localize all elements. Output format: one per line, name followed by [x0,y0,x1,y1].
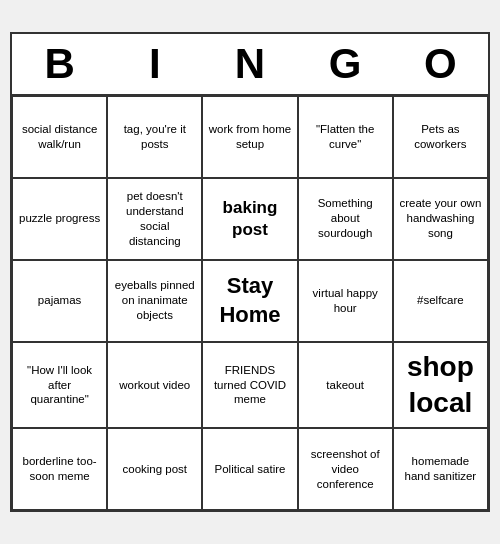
bingo-grid: social distance walk/runtag, you're it p… [12,96,488,511]
bingo-card: BINGO social distance walk/runtag, you'r… [10,32,490,513]
bingo-cell-20[interactable]: borderline too-soon meme [12,428,107,510]
bingo-cell-8[interactable]: Something about sourdough [298,178,393,260]
bingo-cell-23[interactable]: screenshot of video conference [298,428,393,510]
bingo-cell-17[interactable]: FRIENDS turned COVID meme [202,342,297,429]
bingo-cell-21[interactable]: cooking post [107,428,202,510]
bingo-cell-1[interactable]: tag, you're it posts [107,96,202,178]
bingo-cell-9[interactable]: create your own handwashing song [393,178,488,260]
bingo-cell-11[interactable]: eyeballs pinned on inanimate objects [107,260,202,342]
bingo-cell-13[interactable]: virtual happy hour [298,260,393,342]
bingo-cell-10[interactable]: pajamas [12,260,107,342]
bingo-cell-15[interactable]: "How I'll look after quarantine" [12,342,107,429]
bingo-header: BINGO [12,34,488,96]
bingo-cell-7[interactable]: baking post [202,178,297,260]
bingo-cell-24[interactable]: homemade hand sanitizer [393,428,488,510]
bingo-cell-0[interactable]: social distance walk/run [12,96,107,178]
bingo-cell-12[interactable]: Stay Home [202,260,297,342]
bingo-cell-14[interactable]: #selfcare [393,260,488,342]
bingo-cell-5[interactable]: puzzle progress [12,178,107,260]
bingo-letter-b: B [12,34,107,96]
bingo-cell-4[interactable]: Pets as coworkers [393,96,488,178]
bingo-cell-18[interactable]: takeout [298,342,393,429]
bingo-letter-g: G [298,34,393,96]
bingo-cell-19[interactable]: shop local [393,342,488,429]
bingo-cell-16[interactable]: workout video [107,342,202,429]
bingo-letter-o: O [393,34,488,96]
bingo-cell-3[interactable]: "Flatten the curve" [298,96,393,178]
bingo-letter-n: N [202,34,297,96]
bingo-cell-2[interactable]: work from home setup [202,96,297,178]
bingo-cell-22[interactable]: Political satire [202,428,297,510]
bingo-letter-i: I [107,34,202,96]
bingo-cell-6[interactable]: pet doesn't understand social distancing [107,178,202,260]
